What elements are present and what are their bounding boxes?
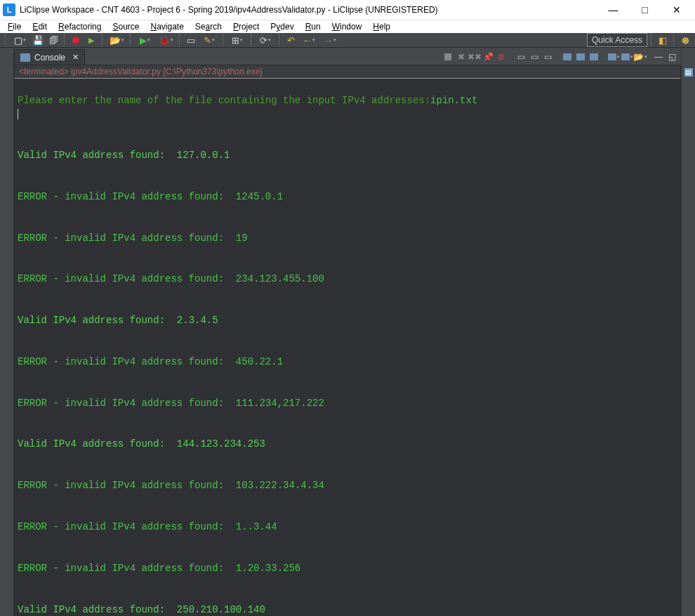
ct-select-cons-icon[interactable] xyxy=(621,51,633,63)
console-line: ERROR - invalid IPv4 address found: 450.… xyxy=(18,355,677,369)
tb-python-icon[interactable]: ⊛ xyxy=(678,33,692,47)
console-prompt: Please enter the name of the file contai… xyxy=(18,95,430,106)
main-toolbar: ▢ 💾 🗐 ▶ 📂 ▶ 🐞 ▭ ✎ ⊞ ⟳ ↶ ← → Quick Access… xyxy=(0,33,695,48)
close-button[interactable]: ✕ xyxy=(661,0,692,20)
menu-window[interactable]: Window xyxy=(327,20,367,33)
ct-cons-c-icon[interactable] xyxy=(588,51,600,63)
ct-remove-launch-icon[interactable]: ✖ xyxy=(455,51,468,63)
tb-back-icon[interactable]: ← xyxy=(299,33,319,47)
menu-refactoring[interactable]: Refactoring xyxy=(53,20,106,33)
console-tabrow: Console ✕ ✖ ✖✖ 📌 ⊘ ▭ ▭ ▭ 📂 — ◱ xyxy=(14,48,681,65)
ct-doc3-icon[interactable]: ▭ xyxy=(541,51,554,63)
menu-edit[interactable]: Edit xyxy=(27,20,52,33)
outline-minimized-icon[interactable]: ▤ xyxy=(684,67,694,77)
console-line: ERROR - invalid IPv4 address found: 111.… xyxy=(18,397,677,411)
console-line: ERROR - invalid IPv4 address found: 1..3… xyxy=(18,520,677,535)
menu-navigate[interactable]: Navigate xyxy=(145,20,188,33)
app-icon: L xyxy=(3,4,15,16)
workarea: ▤ Console ✕ ✖ ✖✖ 📌 ⊘ ▭ ▭ ▭ 📂 — xyxy=(0,48,695,616)
window-title: LiClipse Workspace - CNT 4603 - Project … xyxy=(20,5,597,15)
tb-undo-icon[interactable]: ↶ xyxy=(284,33,298,47)
menu-search[interactable]: Search xyxy=(190,20,227,33)
ct-cons-a-icon[interactable] xyxy=(561,51,574,63)
tb-debug-icon[interactable]: 🐞 xyxy=(156,33,176,47)
ct-doc2-icon[interactable]: ▭ xyxy=(528,51,541,63)
right-gutter[interactable]: ▤ xyxy=(681,48,695,616)
titlebar: L LiClipse Workspace - CNT 4603 - Projec… xyxy=(0,0,695,20)
tb-forward-icon[interactable]: → xyxy=(320,33,340,47)
menu-pydev[interactable]: Pydev xyxy=(265,20,298,33)
ct-cons-b-icon[interactable] xyxy=(574,51,587,63)
tb-record-icon[interactable] xyxy=(69,33,83,47)
ct-doc1-icon[interactable]: ▭ xyxy=(515,51,527,63)
menu-project[interactable]: Project xyxy=(228,20,264,33)
ct-pin-icon[interactable]: 📌 xyxy=(482,51,494,63)
ct-maximize-icon[interactable]: ◱ xyxy=(666,51,678,63)
tb-module-icon[interactable]: ▭ xyxy=(184,33,198,47)
menu-source[interactable]: Source xyxy=(107,20,144,33)
ct-minimize-icon[interactable]: — xyxy=(652,51,665,63)
tab-console-label: Console xyxy=(34,53,65,63)
tb-refresh-icon[interactable]: ⟳ xyxy=(256,33,275,47)
console-line: Valid IPv4 address found: 127.0.0.1 xyxy=(18,149,677,163)
ct-error-icon[interactable]: ⊘ xyxy=(495,51,508,63)
console-line: ERROR - invalid IPv4 address found: 234.… xyxy=(18,273,677,287)
menu-file[interactable]: File xyxy=(3,20,26,33)
console-line: Valid IPv4 address found: 144.123.234.25… xyxy=(18,438,677,452)
console-line: Valid IPv4 address found: 250.210.100.14… xyxy=(18,603,677,616)
console-user-input: ipin.txt xyxy=(430,95,477,106)
tb-perspective-pydev-icon[interactable]: ◧ xyxy=(656,33,670,47)
maximize-button[interactable]: □ xyxy=(629,0,661,20)
console-line: ERROR - invalid IPv4 address found: 103.… xyxy=(18,479,677,493)
console-line: Valid IPv4 address found: 2.3.4.5 xyxy=(18,314,677,328)
console-toolbar: ✖ ✖✖ 📌 ⊘ ▭ ▭ ▭ 📂 — ◱ xyxy=(442,49,681,65)
tb-edit-icon[interactable]: ✎ xyxy=(199,33,219,47)
console-line: ERROR - invalid IPv4 address found: 1245… xyxy=(18,190,677,204)
ct-stop-icon[interactable] xyxy=(442,51,454,63)
tb-perspective-icon[interactable]: ⊞ xyxy=(227,33,247,47)
tb-new-icon[interactable]: ▢ xyxy=(10,33,29,47)
console-terminated-line: <terminated> ipv4AddressValidator.py [C:… xyxy=(14,65,681,79)
minimize-button[interactable]: — xyxy=(597,0,629,20)
tb-saveall-icon[interactable]: 🗐 xyxy=(46,33,60,47)
quick-access[interactable]: Quick Access xyxy=(587,33,647,47)
tab-console[interactable]: Console ✕ xyxy=(14,49,85,65)
tb-save-icon[interactable]: 💾 xyxy=(31,33,45,47)
tb-play-icon[interactable]: ▶ xyxy=(84,33,98,47)
ct-open-cons-icon[interactable]: 📂 xyxy=(634,51,647,63)
console-line: ERROR - invalid IPv4 address found: 1.20… xyxy=(18,562,677,576)
left-gutter[interactable] xyxy=(0,48,14,616)
tab-close-icon[interactable]: ✕ xyxy=(72,53,79,62)
ct-remove-all-icon[interactable]: ✖✖ xyxy=(468,51,481,63)
tb-run-icon[interactable]: ▶ xyxy=(135,33,154,47)
ct-display-icon[interactable] xyxy=(607,51,620,63)
menu-help[interactable]: Help xyxy=(368,20,395,33)
console-icon xyxy=(20,53,30,62)
console-line: ERROR - invalid IPv4 address found: 19 xyxy=(18,232,677,246)
menubar: File Edit Refactoring Source Navigate Se… xyxy=(0,20,695,33)
menu-run[interactable]: Run xyxy=(300,20,326,33)
tb-open-icon[interactable]: 📂 xyxy=(107,33,126,47)
text-cursor xyxy=(18,109,18,119)
console-output[interactable]: Please enter the name of the file contai… xyxy=(14,79,681,616)
